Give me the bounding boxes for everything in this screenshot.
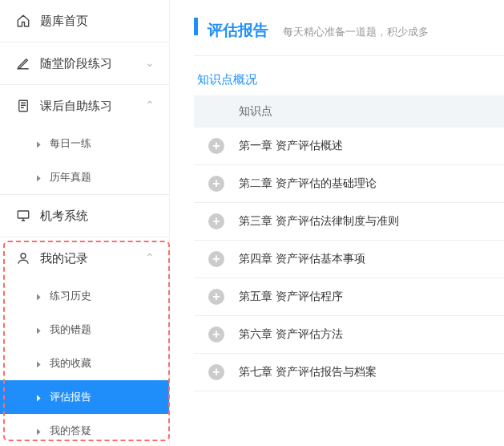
sidebar-sub-wrong[interactable]: ▶ 我的错题: [0, 313, 169, 347]
knowledge-label: 第四章 资产评估基本事项: [239, 252, 365, 266]
sidebar-sub-daily[interactable]: ▶ 每日一练: [0, 127, 169, 160]
knowledge-row[interactable]: + 第三章 资产评估法律制度与准则: [194, 203, 504, 241]
home-icon: [14, 14, 32, 28]
sidebar: 题库首页 随堂阶段练习 ⌄ 课后自助练习 ⌃ ▶ 每日一练: [0, 0, 170, 446]
section-title: 知识点概况: [194, 72, 504, 87]
knowledge-row[interactable]: + 第一章 资产评估概述: [194, 128, 504, 165]
knowledge-label: 第一章 资产评估概述: [239, 139, 343, 153]
sidebar-item-after[interactable]: 课后自助练习 ⌃: [0, 85, 169, 127]
sidebar-item-home[interactable]: 题库首页: [0, 0, 169, 42]
triangle-icon: ▶: [37, 140, 41, 148]
accent-bar: [194, 18, 198, 35]
svg-point-2: [21, 253, 26, 258]
knowledge-row[interactable]: + 第二章 资产评估的基础理论: [194, 165, 504, 203]
page-header: 评估报告 每天精心准备一道题，积少成多: [194, 18, 504, 56]
expand-icon[interactable]: +: [208, 176, 224, 192]
knowledge-row[interactable]: + 第六章 资产评估方法: [194, 316, 504, 354]
monitor-icon: [14, 209, 32, 223]
sidebar-item-label: 我的记录: [40, 251, 145, 266]
sidebar-sub-fav[interactable]: ▶ 我的收藏: [0, 347, 169, 380]
expand-icon[interactable]: +: [208, 364, 224, 380]
sidebar-item-label: 题库首页: [40, 14, 155, 29]
knowledge-label: 第二章 资产评估的基础理论: [239, 176, 377, 191]
triangle-icon: ▶: [37, 393, 41, 402]
sidebar-sub-label: 历年真题: [50, 170, 91, 184]
knowledge-label: 第七章 资产评估报告与档案: [239, 365, 377, 379]
pencil-icon: [14, 56, 32, 71]
sidebar-sub-history[interactable]: ▶ 练习历史: [0, 279, 169, 313]
knowledge-row[interactable]: + 第五章 资产评估程序: [194, 278, 504, 316]
knowledge-row[interactable]: + 第四章 资产评估基本事项: [194, 241, 504, 278]
triangle-icon: ▶: [37, 292, 41, 301]
expand-icon[interactable]: +: [208, 213, 224, 229]
svg-rect-0: [19, 100, 28, 112]
sidebar-item-in-class[interactable]: 随堂阶段练习 ⌄: [0, 43, 169, 84]
sidebar-sub-label: 我的错题: [50, 322, 91, 337]
sidebar-sub-past[interactable]: ▶ 历年真题: [0, 160, 169, 194]
knowledge-row[interactable]: + 第七章 资产评估报告与档案: [194, 354, 504, 391]
expand-icon[interactable]: +: [208, 326, 224, 343]
chevron-up-icon: ⌃: [145, 251, 155, 264]
sidebar-sub-report[interactable]: ▶ 评估报告: [0, 380, 169, 414]
expand-icon[interactable]: +: [208, 289, 224, 305]
notes-icon: [14, 99, 32, 113]
sidebar-sub-label: 评估报告: [50, 390, 91, 404]
page-title: 评估报告: [208, 20, 268, 41]
triangle-icon: ▶: [37, 173, 41, 182]
svg-rect-1: [18, 211, 29, 218]
sidebar-sub-label: 我的答疑: [50, 424, 91, 438]
sidebar-sub-qa[interactable]: ▶ 我的答疑: [0, 414, 169, 446]
sidebar-item-label: 随堂阶段练习: [40, 56, 145, 71]
expand-icon[interactable]: +: [208, 251, 224, 267]
column-header-label: 知识点: [239, 104, 272, 119]
sidebar-sub-label: 我的收藏: [50, 356, 91, 371]
knowledge-label: 第三章 资产评估法律制度与准则: [239, 214, 399, 229]
chevron-up-icon: ⌃: [145, 99, 155, 112]
triangle-icon: ▶: [37, 427, 41, 436]
sidebar-item-exam[interactable]: 机考系统: [0, 195, 169, 237]
main-content: 评估报告 每天精心准备一道题，积少成多 知识点概况 知识点 + 第一章 资产评估…: [170, 0, 504, 446]
triangle-icon: ▶: [37, 326, 41, 334]
user-icon: [14, 251, 32, 266]
page-subtitle: 每天精心准备一道题，积少成多: [283, 25, 429, 39]
column-header: 知识点: [194, 95, 504, 128]
sidebar-item-label: 机考系统: [40, 209, 155, 224]
sidebar-item-record[interactable]: 我的记录 ⌃: [0, 237, 169, 279]
knowledge-label: 第五章 资产评估程序: [239, 290, 343, 304]
sidebar-item-label: 课后自助练习: [40, 99, 145, 114]
sidebar-sub-label: 每日一练: [50, 136, 91, 151]
sidebar-sub-label: 练习历史: [50, 289, 91, 303]
chevron-down-icon: ⌄: [145, 56, 155, 69]
expand-icon[interactable]: +: [208, 138, 224, 154]
triangle-icon: ▶: [37, 359, 41, 368]
knowledge-label: 第六章 资产评估方法: [239, 327, 343, 342]
